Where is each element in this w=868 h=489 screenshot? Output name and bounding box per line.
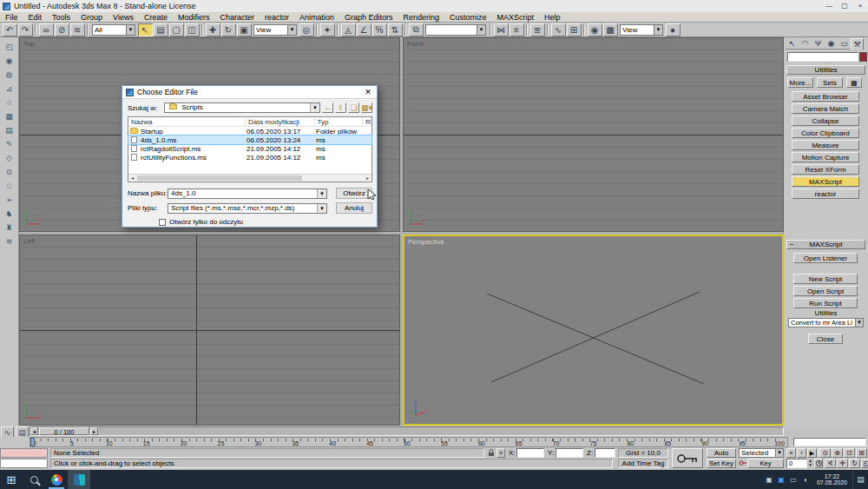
maxscript-button-open-listener[interactable]: Open Listener [793, 253, 858, 263]
select-and-move-icon[interactable]: ✚ [206, 23, 220, 36]
utility-button-asset-browser[interactable]: Asset Browser [792, 91, 859, 102]
snap-toggle-icon[interactable]: ◬ [341, 23, 356, 36]
maxscript-utility-dropdown[interactable]: Convert to mr Area Li▼ [788, 318, 864, 327]
file-row[interactable]: rctRagdollScript.ms21.09.2005 14:12ms [128, 144, 372, 153]
menu-item-maxscript[interactable]: MAXScript [492, 12, 540, 23]
reactor-spring-icon[interactable]: ⊙ [3, 166, 16, 178]
collapse-rollout-icon[interactable]: − [790, 241, 794, 249]
scene-x-object[interactable] [404, 236, 782, 424]
reactor-fracture-icon[interactable]: ➢ [3, 194, 16, 206]
reactor-water-icon[interactable]: ≋ [3, 235, 16, 248]
redo-icon[interactable]: ↷ [18, 23, 33, 36]
reactor-motor-icon[interactable]: ♞ [3, 208, 16, 220]
reactor-deforming-mesh-icon[interactable]: ☆ [3, 96, 16, 109]
viewport-front[interactable]: Front y x [403, 37, 784, 232]
utility-button-collapse[interactable]: Collapse [792, 116, 859, 126]
curve-editor-icon[interactable]: ∿ [551, 23, 566, 36]
render-type-dropdown[interactable]: View▼ [620, 24, 663, 36]
maxscript-button-open-script[interactable]: Open Script [793, 286, 858, 296]
time-slider-thumb[interactable]: 0 / 100 [39, 427, 89, 435]
file-name-input[interactable]: 4ds_1.0 ▼ [168, 188, 327, 199]
window-crossing-icon[interactable]: ◫ [185, 23, 200, 36]
close-button[interactable]: × [852, 0, 868, 12]
column-header-3[interactable]: R [363, 117, 372, 126]
utility-button-measure[interactable]: Measure [792, 140, 859, 150]
maximize-viewport-toggle-button[interactable]: ◱ [861, 459, 868, 468]
viewport-perspective[interactable]: Perspective z x [403, 235, 784, 426]
undo-icon[interactable]: ↶ [3, 23, 17, 36]
add-time-tag[interactable]: Add Time Tag [618, 459, 668, 468]
hierarchy-tab[interactable]: Ψ [812, 38, 825, 50]
view-menu-icon[interactable]: ▦▾ [361, 102, 372, 113]
menu-item-customize[interactable]: Customize [444, 12, 492, 23]
time-configuration-icon[interactable] [814, 459, 823, 468]
dialog-close-icon[interactable]: ✕ [359, 88, 377, 96]
mini-listener-pane[interactable] [0, 459, 48, 468]
mirror-icon[interactable]: ⋈ [494, 23, 509, 36]
select-object-icon[interactable]: ↖ [138, 23, 153, 36]
menu-item-help[interactable]: Help [539, 12, 566, 23]
configure-button-sets-icon[interactable]: ▦ [846, 77, 862, 88]
chrome-taskbar-icon[interactable] [45, 470, 68, 489]
reactor-plane-icon[interactable]: ◇ [3, 152, 16, 164]
menu-item-graph-editors[interactable]: Graph Editors [339, 12, 398, 23]
selection-lock-icon[interactable] [486, 448, 496, 458]
maxscript-button-run-script[interactable]: Run Script [793, 298, 858, 308]
menu-item-modifiers[interactable]: Modifiers [173, 12, 215, 23]
back-icon[interactable]: ← [322, 102, 333, 113]
up-one-level-icon[interactable]: ⇧ [335, 102, 346, 113]
render-scene-icon[interactable]: ▩ [603, 23, 618, 36]
key-filters-button[interactable]: Key Filters... [747, 459, 784, 468]
select-and-rotate-icon[interactable]: ↻ [221, 23, 236, 36]
file-list-header[interactable]: NazwaData modyfikacjiTypR [128, 117, 372, 127]
x-coord-field[interactable] [516, 448, 544, 458]
reactor-cloth-modifier-icon[interactable]: ▦ [3, 110, 16, 122]
file-row[interactable]: 4ds_1.0.ms06.05.2020 13:24ms [128, 135, 372, 144]
select-by-name-icon[interactable]: ▤ [154, 23, 168, 36]
menu-item-character[interactable]: Character [214, 12, 260, 23]
select-and-link-icon[interactable]: ∞ [39, 23, 54, 36]
z-coord-field[interactable] [595, 448, 615, 458]
viewport-left[interactable]: Left z x [19, 235, 400, 426]
reactor-cloth-collection-icon[interactable]: ◉ [3, 55, 16, 67]
display-tab[interactable]: ▭ [838, 38, 851, 50]
minimize-button[interactable]: — [821, 0, 837, 12]
3dsmax-taskbar-icon[interactable] [68, 470, 90, 489]
auto-key-button[interactable]: Auto Key [707, 448, 736, 458]
toggle-set-key-mode-icon[interactable] [672, 448, 703, 468]
tray-blue-app-icon[interactable]: ▣ [775, 476, 787, 484]
select-and-manipulate-icon[interactable]: ✦ [320, 23, 335, 36]
zoom-extents-button[interactable]: ⊡ [844, 448, 855, 458]
bind-to-space-warp-icon[interactable]: ≋ [70, 23, 85, 36]
menu-item-reactor[interactable]: reactor [260, 12, 294, 23]
next-frame-arrow[interactable]: ▸ [90, 427, 98, 435]
close-utility-button[interactable]: Close [808, 334, 843, 344]
quick-render-icon[interactable]: ● [666, 23, 681, 36]
track-bar[interactable]: 0510152025303540455055606570758085909510… [0, 437, 868, 447]
play-button[interactable]: ▶ [807, 448, 817, 458]
menu-item-create[interactable]: Create [139, 12, 173, 23]
reactor-soft-body-modifier-icon[interactable]: ▤ [3, 124, 16, 136]
reactor-rope-modifier-icon[interactable]: ✎ [3, 138, 16, 150]
menu-item-views[interactable]: Views [108, 12, 139, 23]
read-only-checkbox[interactable] [159, 219, 166, 226]
utilities-panel-header[interactable]: Utilities [786, 65, 865, 75]
zoom-button[interactable]: ⊙ [819, 448, 831, 458]
column-header-0[interactable]: Nazwa [128, 117, 246, 126]
viewport-front-label[interactable]: Front [407, 40, 424, 48]
scroll-right-icon[interactable]: ▸ [364, 175, 372, 182]
tray-app-icon[interactable]: ▣ [763, 476, 775, 484]
menu-item-edit[interactable]: Edit [23, 12, 48, 23]
select-and-scale-icon[interactable]: ▣ [237, 23, 252, 36]
percent-snap-toggle-icon[interactable]: % [372, 23, 387, 36]
maxscript-rollout-header[interactable]: − MAXScript [786, 240, 865, 249]
reactor-rigid-body-collection-icon[interactable]: ◰ [3, 41, 16, 53]
horizontal-scrollbar[interactable]: ◂ ▸ [128, 174, 372, 182]
selection-set-dropdown[interactable]: Selected▼ [739, 448, 784, 458]
scroll-thumb[interactable] [137, 175, 302, 181]
utilities-tab[interactable]: ⚒ [851, 38, 864, 50]
utility-button-camera-match[interactable]: Camera Match [792, 103, 859, 114]
zoom-all-button[interactable]: ⊕ [832, 448, 843, 458]
reactor-wind-icon[interactable]: ♜ [3, 221, 16, 234]
sets-button[interactable]: Sets [817, 77, 843, 88]
